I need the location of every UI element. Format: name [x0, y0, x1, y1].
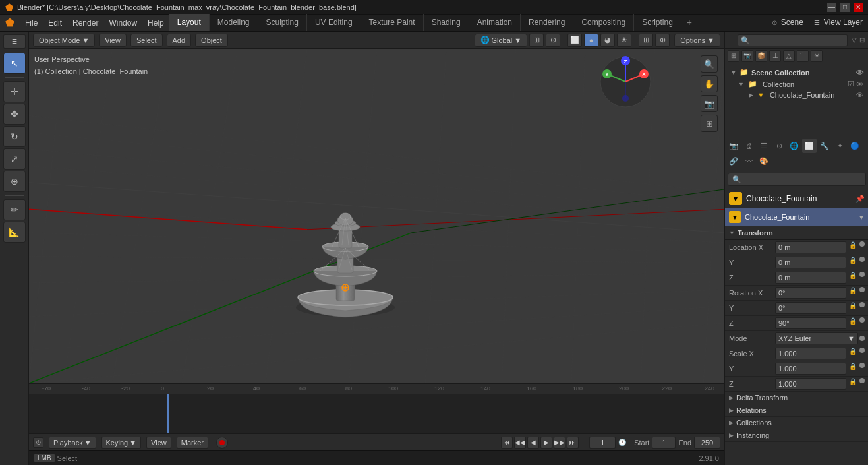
- scale-z-lock[interactable]: 🔒: [849, 378, 857, 390]
- props-tab-world[interactable]: 🌐: [787, 139, 801, 153]
- location-y-dot[interactable]: [859, 257, 865, 262]
- props-pin-icon[interactable]: 📌: [855, 195, 865, 203]
- navigation-gizmo[interactable]: Z X Y: [599, 55, 652, 108]
- jump-start-button[interactable]: ⏮: [501, 437, 513, 449]
- tool-measure[interactable]: 📐: [3, 222, 26, 243]
- select-menu[interactable]: Select: [130, 34, 163, 47]
- filter-curve-btn[interactable]: ⌒: [797, 50, 809, 62]
- props-tab-render[interactable]: 📷: [726, 139, 741, 153]
- scale-x-value[interactable]: 1.000: [775, 348, 846, 359]
- props-tab-data[interactable]: 〰: [741, 154, 756, 168]
- jump-end-button[interactable]: ⏭: [567, 437, 579, 449]
- gizmo-icon[interactable]: ⊕: [655, 34, 670, 47]
- options-btn[interactable]: Options ▼: [674, 34, 720, 47]
- props-select-dropdown[interactable]: ▼: [858, 214, 865, 221]
- props-tab-scene[interactable]: ⊙: [772, 139, 786, 153]
- ws-tab-uvediting[interactable]: UV Editing: [307, 14, 361, 31]
- ws-tab-animation[interactable]: Animation: [469, 14, 521, 31]
- keying-button[interactable]: Keying ▼: [101, 437, 142, 449]
- filter-obj-btn[interactable]: 📦: [755, 50, 767, 62]
- step-forward-button[interactable]: ▶▶: [554, 437, 565, 449]
- ws-tab-compositing[interactable]: Compositing: [573, 14, 634, 31]
- rotation-z-dot[interactable]: [859, 317, 865, 323]
- filter-scene-btn[interactable]: 📷: [741, 50, 753, 62]
- collections-section[interactable]: ▶ Collections: [725, 417, 868, 429]
- props-tab-output[interactable]: 🖨: [741, 139, 756, 153]
- viewport-canvas[interactable]: User Perspective (1) Collection | Chocol…: [29, 49, 724, 383]
- blender-logo-menu[interactable]: ⬟: [0, 15, 20, 32]
- props-search-input[interactable]: [728, 173, 866, 186]
- ws-tab-rendering[interactable]: Rendering: [521, 14, 573, 31]
- delta-transform-section[interactable]: ▶ Delta Transform: [725, 392, 868, 404]
- ws-tab-texturepaint[interactable]: Texture Paint: [361, 14, 424, 31]
- tool-scale[interactable]: ⤢: [3, 148, 26, 170]
- filter-light-btn[interactable]: ☀: [811, 50, 823, 62]
- rotation-mode-select[interactable]: XYZ Euler ▼: [775, 332, 858, 344]
- ws-tab-modeling[interactable]: Modeling: [210, 14, 258, 31]
- coll-eye-icon[interactable]: 👁: [856, 80, 863, 88]
- outliner-search-input[interactable]: [738, 34, 848, 46]
- scale-y-dot[interactable]: [859, 363, 865, 368]
- mode-dropdown[interactable]: Object Mode ▼: [33, 34, 95, 47]
- menu-render[interactable]: Render: [67, 15, 103, 32]
- close-button[interactable]: ✕: [854, 3, 863, 12]
- playback-button[interactable]: Playback ▼: [49, 437, 96, 449]
- minimize-button[interactable]: —: [827, 3, 836, 12]
- play-button[interactable]: ▶: [540, 437, 552, 449]
- rotation-z-lock[interactable]: 🔒: [849, 317, 857, 329]
- rotation-y-value[interactable]: 0°: [775, 302, 846, 314]
- vp-zoom-icon[interactable]: 🔍: [701, 55, 718, 73]
- prev-keyframe-button[interactable]: ◀◀: [514, 437, 526, 449]
- scale-x-lock[interactable]: 🔒: [849, 348, 857, 359]
- titlebar-controls[interactable]: — □ ✕: [827, 3, 863, 12]
- scale-y-value[interactable]: 1.000: [775, 363, 846, 375]
- record-button[interactable]: [216, 437, 228, 449]
- scale-y-lock[interactable]: 🔒: [849, 363, 857, 375]
- props-obj-selector[interactable]: ▼ Chocolate_Fountain ▼: [725, 208, 868, 226]
- props-tab-particles[interactable]: ✦: [832, 139, 847, 153]
- shading-rendered[interactable]: ☀: [617, 34, 631, 47]
- vp-grid-icon[interactable]: ⊞: [701, 115, 718, 132]
- timeline-track-area[interactable]: [29, 394, 724, 433]
- snap-icon[interactable]: ⊞: [529, 34, 544, 47]
- relations-section[interactable]: ▶ Relations: [725, 404, 868, 417]
- marker-button[interactable]: Marker: [177, 437, 208, 449]
- filter-all-btn[interactable]: ⊞: [728, 50, 739, 62]
- current-frame[interactable]: 1: [589, 437, 616, 449]
- rotation-y-lock[interactable]: 🔒: [849, 302, 857, 314]
- tool-cursor[interactable]: ✛: [3, 81, 26, 102]
- sc-visible-icon[interactable]: 👁: [856, 69, 863, 77]
- instancing-section[interactable]: ▶ Instancing: [725, 429, 868, 442]
- scale-z-dot[interactable]: [859, 378, 865, 383]
- location-z-dot[interactable]: [859, 272, 865, 277]
- props-tab-modifiers[interactable]: 🔧: [817, 139, 832, 153]
- options-label[interactable]: Options ▼: [674, 34, 720, 47]
- object-menu[interactable]: Object: [195, 34, 228, 47]
- transform-dropdown[interactable]: 🌐 Global ▼: [475, 34, 528, 47]
- rotation-y-dot[interactable]: [859, 302, 865, 307]
- add-menu[interactable]: Add: [167, 34, 192, 47]
- tool-rotate[interactable]: ↻: [3, 126, 26, 147]
- location-x-value[interactable]: 0 m: [775, 241, 846, 253]
- ws-tab-add[interactable]: +: [681, 17, 697, 28]
- vp-camera-icon[interactable]: 📷: [701, 95, 718, 112]
- start-value[interactable]: 1: [652, 437, 676, 449]
- location-x-lock[interactable]: 🔒: [849, 241, 857, 253]
- filter-mesh-btn[interactable]: △: [783, 50, 795, 62]
- tool-transform[interactable]: ⊕: [3, 171, 26, 192]
- rotation-z-value[interactable]: 90°: [775, 317, 846, 329]
- location-y-value[interactable]: 0 m: [775, 257, 846, 268]
- ws-tab-sculpting[interactable]: Sculpting: [258, 14, 307, 31]
- menu-file[interactable]: File: [20, 15, 43, 32]
- collection-item[interactable]: ▼ 📁 Collection ☑ 👁: [728, 78, 866, 90]
- mode-selector[interactable]: ☰: [3, 34, 26, 49]
- scale-x-dot[interactable]: [859, 348, 865, 353]
- scale-z-value[interactable]: 1.000: [775, 378, 846, 390]
- props-tab-object[interactable]: ⬜: [802, 139, 817, 153]
- menu-help[interactable]: Help: [142, 15, 169, 32]
- overlay-icon[interactable]: ⊞: [639, 34, 653, 47]
- shading-solid[interactable]: ●: [584, 34, 598, 47]
- vp-pan-icon[interactable]: ✋: [701, 75, 718, 92]
- props-tab-material[interactable]: 🎨: [757, 154, 771, 168]
- props-tab-constraints[interactable]: 🔗: [726, 154, 741, 168]
